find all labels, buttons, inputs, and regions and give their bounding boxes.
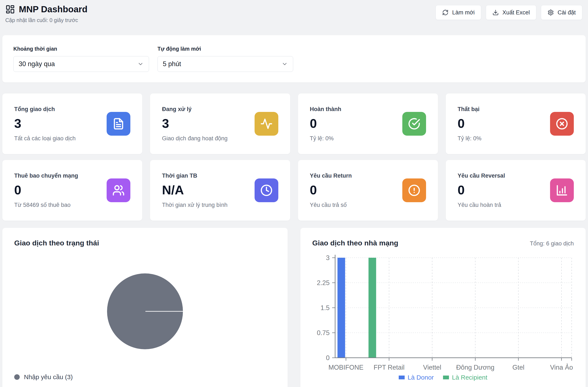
svg-text:0.75: 0.75	[317, 329, 330, 337]
stat-value: 0	[458, 183, 550, 198]
svg-text:2.25: 2.25	[317, 279, 330, 286]
pie-svg	[107, 273, 183, 350]
auto-refresh-value: 5 phút	[163, 60, 181, 68]
stat-value: 0	[14, 183, 107, 198]
chevron-down-icon	[281, 61, 288, 67]
stat-subtext: Từ 58469 số thuê bao	[14, 201, 107, 208]
operator-bar-chart: 00.751.52.253MOBIFONEFPT RetailViettelĐô…	[312, 254, 574, 373]
legend-item-donor[interactable]: Là Donor	[399, 374, 434, 381]
gear-button[interactable]: Cài đặt	[541, 5, 582, 20]
refresh-icon	[442, 9, 448, 16]
button-label: Cài đặt	[557, 9, 576, 16]
stat-value: N/A	[162, 183, 254, 198]
status-chart-legend: Nhập yêu cầu (3)	[14, 373, 276, 381]
dashboard-icon	[5, 4, 15, 14]
gear-icon	[547, 9, 554, 16]
svg-text:Đông Dương: Đông Dương	[456, 364, 495, 371]
svg-text:Gtel: Gtel	[512, 364, 525, 371]
legend-item[interactable]: Nhập yêu cầu (3)	[14, 373, 276, 381]
page-title: MNP Dashboard	[19, 4, 87, 14]
svg-text:MOBIFONE: MOBIFONE	[328, 364, 363, 371]
stat-card-return-requests: Yêu cầu Return0Yêu cầu trả số	[298, 160, 438, 221]
header: MNP Dashboard Cập nhật lần cuối: 0 giây …	[2, 3, 586, 23]
auto-refresh-select[interactable]: 5 phút	[157, 56, 293, 72]
time-range-value: 30 ngày qua	[19, 60, 55, 68]
stat-label: Thuê bao chuyển mạng	[14, 172, 107, 179]
filter-card: Khoảng thời gian 30 ngày qua Tự động làm…	[2, 35, 586, 82]
stat-info: Thời gian TBN/AThời gian xử lý trung bìn…	[162, 172, 254, 208]
time-range-filter: Khoảng thời gian 30 ngày qua	[13, 46, 149, 72]
stat-card-processing: Đang xử lý3Giao dịch đang hoạt động	[150, 93, 290, 154]
x-circle-icon	[556, 118, 568, 130]
status-chart-card: Giao dịch theo trạng thái Nhập yêu cầu (…	[2, 228, 288, 387]
operator-chart-legend: Là DonorLà Recipient	[312, 374, 574, 381]
stat-subtext: Tỷ lệ: 0%	[458, 135, 550, 142]
download-button[interactable]: Xuất Excel	[486, 5, 536, 20]
stat-subtext: Giao dịch đang hoạt động	[162, 135, 254, 142]
header-actions: Làm mớiXuất ExcelCài đặt	[436, 4, 582, 20]
stat-card-avg-time: Thời gian TBN/AThời gian xử lý trung bìn…	[150, 160, 290, 221]
stat-icon-tile	[107, 179, 130, 202]
svg-text:3: 3	[326, 254, 330, 262]
stat-value: 3	[162, 116, 254, 131]
clock-icon	[260, 184, 273, 197]
stat-card-total-transactions: Tổng giao dịch3Tất cả các loại giao dịch	[2, 93, 142, 154]
users-icon	[112, 184, 125, 197]
time-range-select[interactable]: 30 ngày qua	[13, 56, 149, 72]
refresh-button[interactable]: Làm mới	[436, 5, 481, 20]
stat-value: 0	[310, 116, 402, 131]
operator-chart-total: Tổng: 6 giao dịch	[530, 240, 574, 247]
header-left: MNP Dashboard Cập nhật lần cuối: 0 giây …	[5, 4, 87, 23]
chevron-down-icon	[137, 61, 144, 67]
stat-label: Yêu cầu Return	[310, 172, 402, 179]
mnp-dashboard-page: MNP Dashboard Cập nhật lần cuối: 0 giây …	[0, 0, 588, 387]
stat-label: Đang xử lý	[162, 105, 254, 113]
stat-icon-tile	[402, 112, 426, 136]
legend-item-recipient[interactable]: Là Recipient	[443, 374, 487, 381]
stat-value: 3	[14, 116, 107, 131]
stat-icon-tile	[402, 179, 426, 202]
stat-label: Tổng giao dịch	[14, 105, 107, 113]
bar-Là Recipient-FPT Retail	[368, 258, 376, 358]
download-icon	[492, 9, 499, 16]
legend-label: Là Recipient	[452, 374, 487, 381]
activity-icon	[260, 118, 273, 130]
stat-icon-tile	[107, 112, 130, 136]
stat-value: 0	[310, 183, 402, 198]
button-label: Làm mới	[452, 9, 475, 16]
stat-subtext: Yêu cầu trả số	[310, 201, 402, 208]
charts-row: Giao dịch theo trạng thái Nhập yêu cầu (…	[2, 228, 586, 387]
bar-Là Donor-MOBIFONE	[337, 258, 345, 358]
stat-info: Yêu cầu Reversal0Yêu cầu hoàn trả	[458, 172, 550, 208]
legend-label: Là Donor	[408, 374, 434, 381]
title-row: MNP Dashboard	[5, 4, 87, 14]
stat-icon-tile	[550, 179, 574, 202]
stat-info: Yêu cầu Return0Yêu cầu trả số	[310, 172, 402, 208]
stat-card-failed: Thất bại0Tỷ lệ: 0%	[446, 93, 586, 154]
check-circle-icon	[408, 118, 420, 130]
bar-chart-icon	[556, 184, 568, 197]
bar-svg: 00.751.52.253MOBIFONEFPT RetailViettelĐô…	[312, 254, 574, 373]
svg-text:1.5: 1.5	[320, 304, 330, 311]
svg-text:Viettel: Viettel	[423, 364, 441, 371]
stat-card-reversal-requests: Yêu cầu Reversal0Yêu cầu hoàn trả	[446, 160, 586, 221]
status-chart-title: Giao dịch theo trạng thái	[14, 239, 276, 247]
stat-label: Thất bại	[458, 105, 550, 113]
stat-info: Thất bại0Tỷ lệ: 0%	[458, 105, 550, 142]
stat-card-completed: Hoàn thành0Tỷ lệ: 0%	[298, 93, 438, 154]
stat-label: Hoàn thành	[310, 105, 402, 113]
alert-circle-icon	[408, 184, 420, 197]
svg-text:FPT Retail: FPT Retail	[374, 364, 405, 371]
legend-label: Nhập yêu cầu (3)	[24, 373, 73, 381]
stat-subtext: Thời gian xử lý trung bình	[162, 201, 254, 208]
stat-info: Hoàn thành0Tỷ lệ: 0%	[310, 105, 402, 142]
operator-chart-header: Giao dịch theo nhà mạng Tổng: 6 giao dịc…	[312, 239, 574, 247]
stat-icon-tile	[254, 112, 278, 136]
stat-info: Tổng giao dịch3Tất cả các loại giao dịch	[14, 105, 107, 142]
stat-subtext: Tỷ lệ: 0%	[310, 135, 402, 142]
stat-value: 0	[458, 116, 550, 131]
stat-card-ported-subscribers: Thuê bao chuyển mạng0Từ 58469 số thuê ba…	[2, 160, 142, 221]
file-text-icon	[112, 118, 125, 130]
stat-subtext: Yêu cầu hoàn trả	[458, 201, 550, 208]
stat-subtext: Tất cả các loại giao dịch	[14, 135, 107, 142]
